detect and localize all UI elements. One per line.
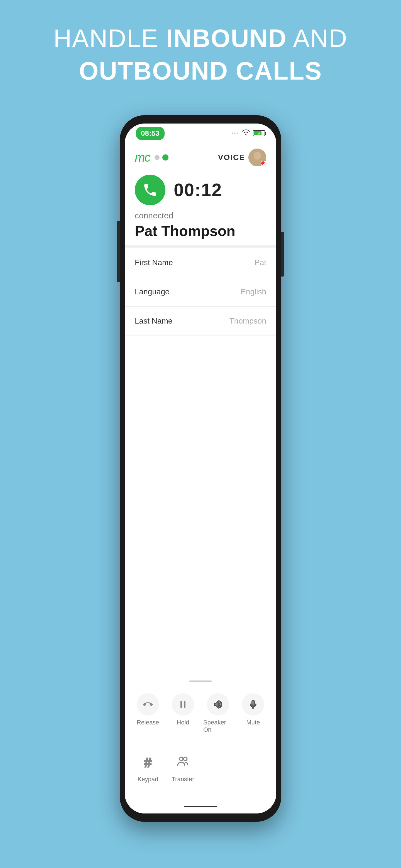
- status-bar: 08:53 ••• ⚡: [125, 124, 276, 143]
- app-header: mc VOICE: [125, 143, 276, 169]
- voice-label: VOICE: [218, 153, 245, 162]
- svg-rect-3: [180, 701, 182, 708]
- hold-icon-bg: [172, 693, 194, 716]
- status-time: 08:53: [136, 127, 165, 140]
- action-buttons-row1: Release Hold: [125, 685, 276, 744]
- home-indicator: [125, 800, 276, 813]
- home-bar: [184, 806, 217, 807]
- page-header: HANDLE INBOUND AND OUTBOUND CALLS: [54, 22, 347, 87]
- phone-shell: 08:53 ••• ⚡: [120, 115, 281, 822]
- field-row-firstname: First Name Pat: [125, 248, 276, 277]
- call-icon-button[interactable]: [135, 175, 165, 205]
- battery-icon: ⚡: [253, 130, 265, 136]
- header-line1-normal2: AND: [287, 25, 347, 52]
- app-content: mc VOICE: [125, 143, 276, 813]
- field-label-firstname: First Name: [135, 258, 173, 267]
- status-dot-active: [162, 154, 169, 160]
- phone-hangup-icon: [143, 700, 153, 709]
- mute-button[interactable]: Mute: [236, 688, 271, 739]
- speaker-icon-bg: [207, 693, 229, 716]
- pause-icon: [178, 700, 188, 709]
- action-buttons-row2: # Keypad: [125, 744, 276, 800]
- call-status-label: connected: [135, 211, 266, 220]
- field-value-firstname: Pat: [255, 258, 266, 267]
- fields-section: First Name Pat Language English Last Nam…: [125, 248, 276, 675]
- call-timer: 00:12: [174, 180, 222, 200]
- svg-point-1: [254, 152, 261, 160]
- field-row-lastname: Last Name Thompson: [125, 307, 276, 336]
- field-row-language: Language English: [125, 277, 276, 307]
- header-line1-bold: INBOUND: [166, 25, 287, 52]
- hold-label: Hold: [176, 719, 189, 726]
- battery-lightning-icon: ⚡: [257, 131, 261, 135]
- contact-info: connected Pat Thompson: [125, 208, 276, 245]
- logo-area: mc: [135, 151, 169, 164]
- header-line1: HANDLE INBOUND AND: [54, 22, 347, 55]
- keypad-icon: #: [141, 754, 155, 768]
- svg-point-7: [183, 757, 187, 761]
- svg-point-6: [180, 757, 183, 761]
- transfer-icon: [176, 754, 190, 768]
- avatar-recording-dot: [261, 161, 266, 166]
- speaker-label: Speaker On: [203, 719, 233, 733]
- phone-mockup: 08:53 ••• ⚡: [120, 115, 281, 825]
- speaker-icon: [213, 700, 223, 709]
- drag-handle-area: [125, 675, 276, 685]
- drag-handle: [189, 681, 212, 682]
- status-dot-inactive: [154, 155, 160, 160]
- field-value-language: English: [240, 287, 266, 296]
- keypad-label: Keypad: [138, 776, 159, 783]
- header-line1-normal: HANDLE: [54, 25, 166, 52]
- connection-status-dots: [154, 154, 169, 160]
- release-button[interactable]: Release: [130, 688, 165, 739]
- transfer-icon-bg: [172, 750, 194, 772]
- call-area: 00:12: [125, 169, 276, 208]
- transfer-label: Transfer: [172, 776, 194, 783]
- field-label-lastname: Last Name: [135, 317, 172, 326]
- header-line2: OUTBOUND CALLS: [54, 55, 347, 87]
- contact-name: Pat Thompson: [135, 223, 266, 239]
- microphone-icon: [248, 700, 258, 709]
- release-icon-bg: [137, 693, 159, 716]
- keypad-icon-bg: #: [137, 750, 159, 772]
- svg-rect-4: [184, 701, 185, 708]
- voice-area: VOICE: [218, 149, 266, 166]
- hold-button[interactable]: Hold: [165, 688, 200, 739]
- mute-icon-bg: [242, 693, 264, 716]
- field-label-language: Language: [135, 287, 170, 296]
- mute-label: Mute: [247, 719, 260, 726]
- svg-text:#: #: [144, 755, 151, 768]
- signal-dots-icon: •••: [231, 130, 239, 136]
- wifi-icon: [242, 129, 250, 137]
- release-label: Release: [137, 719, 159, 726]
- field-value-lastname: Thompson: [229, 317, 266, 326]
- phone-screen: 08:53 ••• ⚡: [125, 124, 276, 813]
- keypad-button[interactable]: # Keypad: [130, 747, 165, 788]
- agent-avatar: [249, 149, 266, 166]
- status-icons: ••• ⚡: [231, 129, 265, 137]
- app-logo: mc: [135, 151, 150, 164]
- transfer-button[interactable]: Transfer: [165, 747, 200, 788]
- section-divider: [125, 245, 276, 248]
- speaker-button[interactable]: Speaker On: [200, 688, 236, 739]
